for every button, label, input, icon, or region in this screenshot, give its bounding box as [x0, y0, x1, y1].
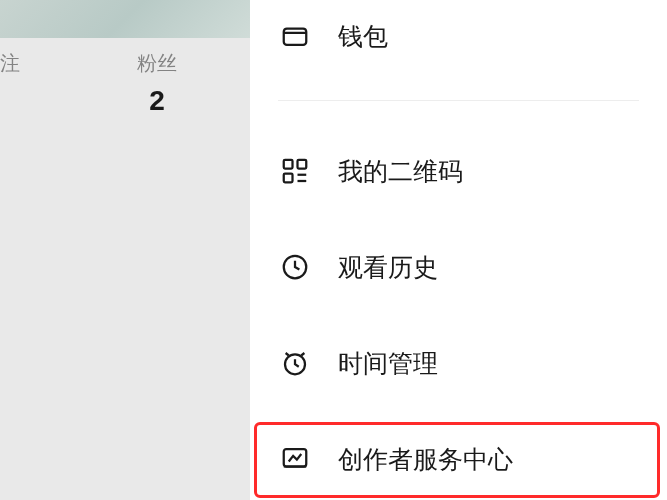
menu-label-creator: 创作者服务中心 [338, 443, 513, 476]
stat-following-label: 注 [0, 50, 20, 77]
menu-item-creator-center[interactable]: 创作者服务中心 [250, 411, 667, 500]
menu-label-history: 观看历史 [338, 251, 438, 284]
svg-rect-3 [284, 174, 293, 183]
svg-rect-0 [284, 29, 307, 45]
menu-label-time: 时间管理 [338, 347, 438, 380]
profile-cover-photo [0, 0, 250, 38]
chart-icon [278, 442, 312, 476]
qrcode-icon [278, 154, 312, 188]
menu-item-history[interactable]: 观看历史 [250, 219, 667, 315]
alarm-icon [278, 346, 312, 380]
svg-rect-1 [284, 160, 293, 169]
menu-label-qrcode: 我的二维码 [338, 155, 463, 188]
menu-item-qrcode[interactable]: 我的二维码 [250, 123, 667, 219]
stat-followers-count: 2 [149, 85, 165, 117]
wallet-icon [278, 19, 312, 53]
stat-followers[interactable]: 粉丝 2 [102, 50, 212, 117]
menu-label-wallet: 钱包 [338, 20, 388, 53]
profile-stats: 注 粉丝 2 [0, 50, 250, 117]
svg-rect-2 [298, 160, 307, 169]
profile-backdrop: 注 粉丝 2 [0, 0, 250, 500]
menu-item-time[interactable]: 时间管理 [250, 315, 667, 411]
stat-followers-label: 粉丝 [137, 50, 177, 77]
stat-following[interactable]: 注 [0, 50, 72, 117]
side-drawer: 钱包 我的二维码 观看历史 [250, 0, 667, 500]
menu-divider [278, 100, 639, 101]
menu-item-wallet[interactable]: 钱包 [250, 0, 667, 72]
clock-icon [278, 250, 312, 284]
